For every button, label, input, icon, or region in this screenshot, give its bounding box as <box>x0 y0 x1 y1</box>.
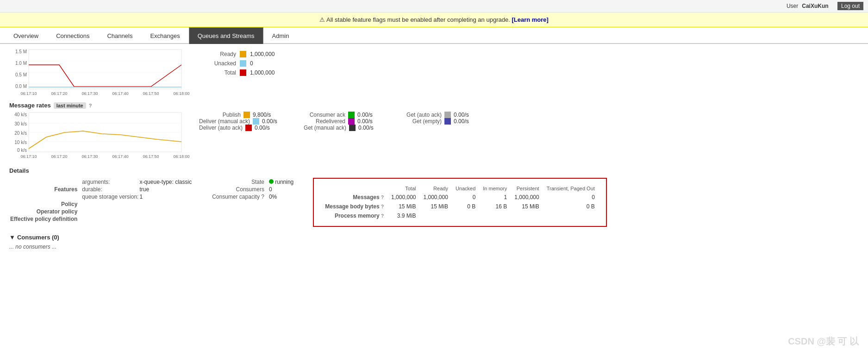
rates-help-icon[interactable]: ? <box>89 103 92 108</box>
messages-total: 1,000,000 <box>387 193 419 202</box>
features-table: Features arguments: x-queue-type: classi… <box>9 178 193 223</box>
queue-chart-svg: 1.5 M 1.0 M 0.5 M 0.0 M 06:17:10 06:17:2… <box>9 49 185 95</box>
eff-policy-label: Effective policy definition <box>10 216 81 222</box>
col-header-unacked: Unacked <box>452 184 479 193</box>
total-color-box <box>240 69 246 76</box>
learn-more-link[interactable]: [Learn more] <box>512 16 548 23</box>
features-label: Features <box>10 179 81 200</box>
svg-text:06:17:20: 06:17:20 <box>51 91 67 96</box>
svg-text:06:17:40: 06:17:40 <box>112 154 128 159</box>
unacked-stat: Unacked 0 <box>204 60 275 67</box>
warning-banner: ⚠ All stable feature flags must be enabl… <box>0 13 868 27</box>
queue-chart-section: 1.5 M 1.0 M 0.5 M 0.0 M 06:17:10 06:17:2… <box>9 49 859 95</box>
svg-text:06:17:10: 06:17:10 <box>20 154 37 159</box>
unacked-value: 0 <box>250 60 253 67</box>
consumers-value: 0 <box>269 186 293 193</box>
svg-text:06:18:00: 06:18:00 <box>173 91 189 96</box>
nav-bar: Overview Connections Channels Exchanges … <box>0 27 868 44</box>
redelivered-color <box>348 118 355 125</box>
rate-deliver-auto: Deliver (auto ack) 0.00/s <box>199 125 290 131</box>
consumer-capacity-value: 0% <box>269 194 293 200</box>
arguments-label: arguments: <box>82 179 138 185</box>
consumers-title-row[interactable]: ▼ Consumers (0) <box>9 234 859 241</box>
col-header-empty <box>321 184 387 193</box>
svg-text:40 k/s: 40 k/s <box>14 112 27 117</box>
svg-text:06:17:30: 06:17:30 <box>81 91 98 96</box>
body-inmemory: 16 B <box>479 202 511 211</box>
total-value: 1,000,000 <box>250 69 275 76</box>
body-unacked: 0 B <box>452 202 479 211</box>
total-stat: Total 1,000,000 <box>204 69 275 76</box>
user-label: User <box>787 3 798 9</box>
consumer-capacity-help[interactable]: ? <box>261 194 264 200</box>
unacked-label: Unacked <box>204 60 236 67</box>
svg-text:20 k/s: 20 k/s <box>14 131 27 136</box>
proc-inmemory <box>479 211 511 220</box>
rates-col-1: Publish 9,800/s Deliver (manual ack) 0.0… <box>199 112 290 131</box>
nav-connections[interactable]: Connections <box>47 27 98 44</box>
col-header-persistent: Persistent <box>511 184 543 193</box>
svg-text:06:17:10: 06:17:10 <box>20 91 37 96</box>
rates-chart-svg: 40 k/s 30 k/s 20 k/s 10 k/s 0 k/s 06:17:… <box>9 112 185 158</box>
nav-admin[interactable]: Admin <box>263 27 298 44</box>
body-persistent: 15 MiB <box>511 202 543 211</box>
eff-policy-value <box>82 216 192 222</box>
rate-consumer-ack: Consumer ack 0.00/s <box>304 112 386 118</box>
consumers-section: ▼ Consumers (0) ... no consumers ... <box>9 234 859 250</box>
body-ready: 15 MiB <box>420 202 452 211</box>
arguments-value: x-queue-type: classic <box>139 179 192 185</box>
time-badge[interactable]: last minute <box>54 102 86 109</box>
nav-queues-streams[interactable]: Queues and Streams <box>189 27 263 44</box>
deliver-manual-color <box>253 118 259 125</box>
get-auto-color <box>444 112 451 118</box>
svg-text:10 k/s: 10 k/s <box>14 140 27 145</box>
svg-rect-19 <box>29 113 181 152</box>
logout-button[interactable]: Log out <box>837 2 863 10</box>
proc-mem-help[interactable]: ? <box>381 213 384 219</box>
consumer-ack-color <box>348 112 355 118</box>
consumers-label: Consumers <box>212 186 268 193</box>
messages-inmemory: 1 <box>479 193 511 202</box>
queue-stats-labels: Ready 1,000,000 Unacked 0 Total 1,000,00… <box>204 49 275 76</box>
op-policy-value <box>82 208 192 215</box>
rate-get-manual: Get (manual ack) 0.00/s <box>304 125 386 131</box>
messages-ready: 1,000,000 <box>420 193 452 202</box>
body-bytes-row: Message body bytes ? 15 MiB 15 MiB 0 B 1… <box>321 202 599 211</box>
svg-text:06:17:50: 06:17:50 <box>143 91 159 96</box>
warning-text: ⚠ All stable feature flags must be enabl… <box>319 16 510 23</box>
svg-text:06:18:00: 06:18:00 <box>173 154 189 159</box>
rates-section: 40 k/s 30 k/s 20 k/s 10 k/s 0 k/s 06:17:… <box>9 112 859 158</box>
state-label: State <box>212 179 268 185</box>
total-label: Total <box>204 69 236 76</box>
durable-label: durable: <box>82 186 138 193</box>
nav-channels[interactable]: Channels <box>98 27 141 44</box>
body-bytes-help[interactable]: ? <box>381 204 384 209</box>
rate-publish: Publish 9,800/s <box>199 112 290 118</box>
rate-redelivered: Redelivered 0.00/s <box>304 118 386 125</box>
durable-value: true <box>139 186 192 193</box>
op-policy-label: Operator policy <box>10 208 81 215</box>
col-header-total: Total <box>387 184 419 193</box>
proc-transient <box>543 211 599 220</box>
rate-get-empty: Get (empty) 0.00/s <box>400 118 481 125</box>
nav-overview[interactable]: Overview <box>5 27 47 44</box>
state-value: running <box>269 179 293 185</box>
svg-text:06:17:30: 06:17:30 <box>81 154 98 159</box>
messages-persistent: 1,000,000 <box>511 193 543 202</box>
ready-value: 1,000,000 <box>250 51 275 57</box>
policy-value <box>82 201 192 207</box>
col-header-ready: Ready <box>420 184 452 193</box>
queue-chart: 1.5 M 1.0 M 0.5 M 0.0 M 06:17:10 06:17:2… <box>9 49 185 95</box>
top-bar: User CaiXuKun Log out <box>0 0 868 13</box>
col-header-inmemory: In memory <box>479 184 511 193</box>
svg-text:06:17:50: 06:17:50 <box>143 154 159 159</box>
username: CaiXuKun <box>802 3 828 9</box>
get-manual-color <box>349 125 356 131</box>
messages-row: Messages ? 1,000,000 1,000,000 0 1 1,000… <box>321 193 599 202</box>
policy-label: Policy <box>10 201 81 207</box>
rates-col-2: Consumer ack 0.00/s Redelivered 0.00/s G… <box>304 112 386 131</box>
nav-exchanges[interactable]: Exchanges <box>141 27 188 44</box>
messages-unacked: 0 <box>452 193 479 202</box>
details-features: Features arguments: x-queue-type: classi… <box>9 178 193 223</box>
messages-help[interactable]: ? <box>381 195 384 200</box>
